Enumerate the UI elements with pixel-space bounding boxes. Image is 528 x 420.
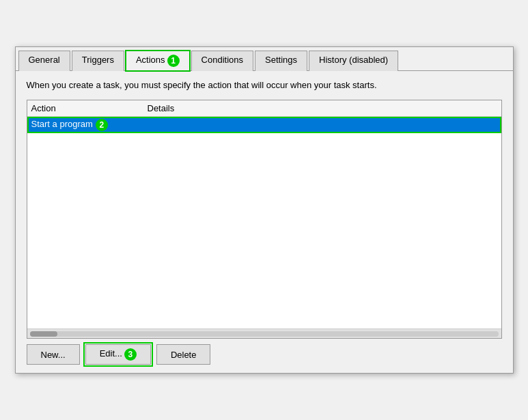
actions-table: Action Details Start a program2 bbox=[27, 100, 502, 339]
tab-general[interactable]: General bbox=[18, 51, 70, 71]
edit-button[interactable]: Edit...3 bbox=[85, 344, 151, 365]
task-dialog: GeneralTriggersActions1ConditionsSetting… bbox=[15, 46, 514, 374]
scrollbar-thumb[interactable] bbox=[30, 331, 57, 337]
dialog-content: When you create a task, you must specify… bbox=[16, 71, 513, 373]
tab-settings[interactable]: Settings bbox=[255, 51, 307, 71]
tab-conditions[interactable]: Conditions bbox=[191, 51, 253, 71]
tab-history--disabled-[interactable]: History (disabled) bbox=[309, 51, 398, 71]
delete-button[interactable]: Delete bbox=[156, 344, 211, 365]
scrollbar-track bbox=[30, 331, 499, 337]
tab-bar: GeneralTriggersActions1ConditionsSetting… bbox=[16, 47, 513, 71]
cell-details bbox=[148, 119, 497, 131]
horizontal-scrollbar[interactable] bbox=[27, 328, 501, 338]
button-row: New...Edit...3Delete bbox=[27, 339, 502, 367]
col-action-header: Action bbox=[31, 103, 148, 113]
tab-triggers[interactable]: Triggers bbox=[72, 51, 124, 71]
table-body: Start a program2 bbox=[27, 117, 501, 328]
description-text: When you create a task, you must specify… bbox=[27, 79, 502, 92]
col-details-header: Details bbox=[148, 103, 497, 113]
tab-badge: 1 bbox=[167, 55, 180, 67]
tab-actions[interactable]: Actions1 bbox=[126, 51, 190, 71]
table-header: Action Details bbox=[27, 100, 501, 117]
new-button[interactable]: New... bbox=[27, 344, 80, 365]
table-row[interactable]: Start a program2 bbox=[27, 117, 501, 133]
row-badge: 2 bbox=[96, 119, 108, 131]
cell-action: Start a program2 bbox=[31, 119, 148, 131]
button-badge: 3 bbox=[124, 348, 137, 361]
